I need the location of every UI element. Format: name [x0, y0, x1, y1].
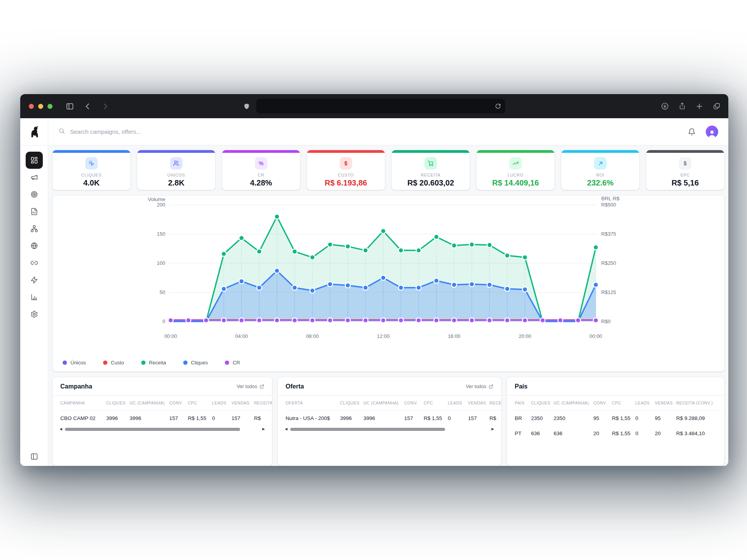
- column-header: CAMPANHA: [60, 396, 106, 411]
- reload-icon[interactable]: [495, 103, 501, 109]
- legend-item[interactable]: Únicos: [63, 360, 86, 366]
- sidebar-item-offers[interactable]: [26, 186, 43, 203]
- sidebar-item-funnels[interactable]: [26, 220, 43, 237]
- sidebar-item-landers[interactable]: [26, 203, 43, 220]
- search-icon: [58, 128, 65, 136]
- sidebar-item-settings[interactable]: [26, 306, 43, 323]
- table-cell: 0: [448, 411, 468, 426]
- dollar-icon: $: [340, 157, 352, 170]
- kpi-value: R$ 5,16: [672, 178, 699, 187]
- address-bar[interactable]: [256, 99, 505, 114]
- svg-text:200: 200: [157, 202, 165, 208]
- bell-icon[interactable]: [688, 128, 696, 136]
- minimize-button[interactable]: [38, 104, 43, 109]
- table-cell: 2350: [531, 411, 554, 426]
- scroll-right-icon[interactable]: ▶: [491, 427, 494, 431]
- svg-text:20:00: 20:00: [519, 333, 531, 339]
- sidebar-item-automations[interactable]: [26, 271, 43, 289]
- browser-toolbar: [20, 94, 728, 118]
- table-cell: BR: [515, 411, 531, 426]
- app-header: [20, 118, 728, 145]
- legend-item[interactable]: Receita: [141, 360, 166, 366]
- table-cell: 157: [404, 411, 424, 426]
- svg-text:00:00: 00:00: [589, 333, 602, 339]
- column-header: CLIQUES: [340, 396, 363, 411]
- bar-chart-icon: [30, 293, 38, 301]
- logo[interactable]: [20, 118, 48, 145]
- table-cell: CBO CAMP 02: [60, 411, 106, 426]
- kpi-label: ÚNICOS: [167, 173, 185, 177]
- cursor-click-icon: [85, 157, 98, 170]
- svg-text:50: 50: [160, 289, 165, 295]
- kpi-label: CUSTO: [338, 173, 354, 177]
- svg-text:R$500: R$500: [601, 202, 616, 208]
- table-cell: R$ 1,55: [612, 411, 635, 426]
- gear-icon: [30, 310, 38, 318]
- table-row: PT63663620R$ 1,55020R$ 3.484,10: [515, 426, 721, 441]
- kpi-label: ROI: [596, 173, 604, 177]
- table-title: País: [515, 383, 528, 390]
- avatar[interactable]: [706, 126, 718, 138]
- percent-icon: %: [255, 157, 267, 170]
- kpi-label: RECEITA: [421, 173, 441, 177]
- forward-icon[interactable]: [102, 103, 109, 110]
- svg-text:150: 150: [157, 231, 165, 237]
- column-header: RECEITA (CONV.): [489, 396, 501, 411]
- scroll-left-icon[interactable]: ◀: [285, 427, 288, 431]
- kpi-card-roi: ROI 232.6%: [561, 150, 640, 190]
- sidebar-item-reports[interactable]: [26, 289, 43, 306]
- table-cell: 2350: [554, 411, 593, 426]
- tab-overview-icon[interactable]: [713, 102, 721, 110]
- svg-text:Volume: Volume: [148, 196, 165, 202]
- table-cell: 3996: [340, 411, 363, 426]
- kpi-value: R$ 20.603,02: [407, 178, 454, 187]
- close-button[interactable]: [29, 104, 34, 109]
- legend-item[interactable]: Custo: [103, 360, 124, 366]
- table-cell: 0: [212, 411, 231, 426]
- download-icon[interactable]: [661, 102, 669, 110]
- browser-window: CLIQUES 4.0K ÚNICOS 2.8K % CR: [20, 94, 728, 466]
- svg-text:04:00: 04:00: [235, 333, 248, 339]
- column-header: LEADS: [635, 396, 655, 411]
- svg-text:12:00: 12:00: [377, 333, 389, 339]
- sidebar-item-domains[interactable]: [26, 237, 43, 254]
- ver-todos-link[interactable]: Ver todos: [466, 384, 493, 389]
- sidebar-toggle-icon[interactable]: [66, 102, 74, 110]
- sidebar-item-dashboard[interactable]: [26, 152, 43, 169]
- panel-collapse-icon[interactable]: [30, 453, 38, 460]
- new-tab-icon[interactable]: [696, 103, 703, 110]
- column-header: CLIQUES: [106, 396, 130, 411]
- zoom-button[interactable]: [47, 104, 53, 109]
- table-cell: 157: [231, 411, 254, 426]
- search-input[interactable]: [70, 128, 249, 135]
- back-icon[interactable]: [84, 103, 91, 110]
- arrow-up-right-icon: [594, 157, 607, 170]
- column-header: LEADS: [448, 396, 468, 411]
- svg-text:BRL R$: BRL R$: [601, 196, 619, 201]
- column-header: CONV.: [169, 396, 188, 411]
- svg-text:R$250: R$250: [601, 260, 616, 266]
- sidebar-item-links[interactable]: [26, 254, 43, 271]
- share-icon[interactable]: [679, 102, 686, 110]
- column-header: RECEITA (CONV.): [254, 396, 272, 411]
- scroll-left-icon[interactable]: ◀: [60, 427, 62, 431]
- dollar-icon: $: [679, 157, 691, 170]
- megaphone-icon: [30, 173, 38, 181]
- legend-label: Únicos: [70, 360, 86, 366]
- scrollbar-thumb[interactable]: [290, 428, 445, 431]
- horizontal-scrollbar: ◀ ▶: [53, 426, 272, 435]
- legend-item[interactable]: Cliques: [183, 360, 208, 366]
- sidebar-item-campaigns[interactable]: [26, 169, 43, 186]
- kpi-value: 2.8K: [168, 178, 184, 187]
- scrollbar-thumb[interactable]: [65, 428, 240, 431]
- ver-todos-link[interactable]: Ver todos: [237, 384, 264, 389]
- column-header: VENDAS: [655, 396, 676, 411]
- legend-item[interactable]: CR: [225, 360, 240, 366]
- shield-icon[interactable]: [244, 103, 250, 110]
- legend-label: Custo: [111, 360, 124, 366]
- kpi-card-unicos: ÚNICOS 2.8K: [137, 150, 216, 190]
- legend-label: Receita: [149, 360, 166, 366]
- table-row: BR2350235095R$ 1,55095R$ 9.288,09: [515, 411, 721, 426]
- scroll-right-icon[interactable]: ▶: [262, 427, 265, 431]
- horizontal-scrollbar: ◀ ▶: [278, 426, 501, 435]
